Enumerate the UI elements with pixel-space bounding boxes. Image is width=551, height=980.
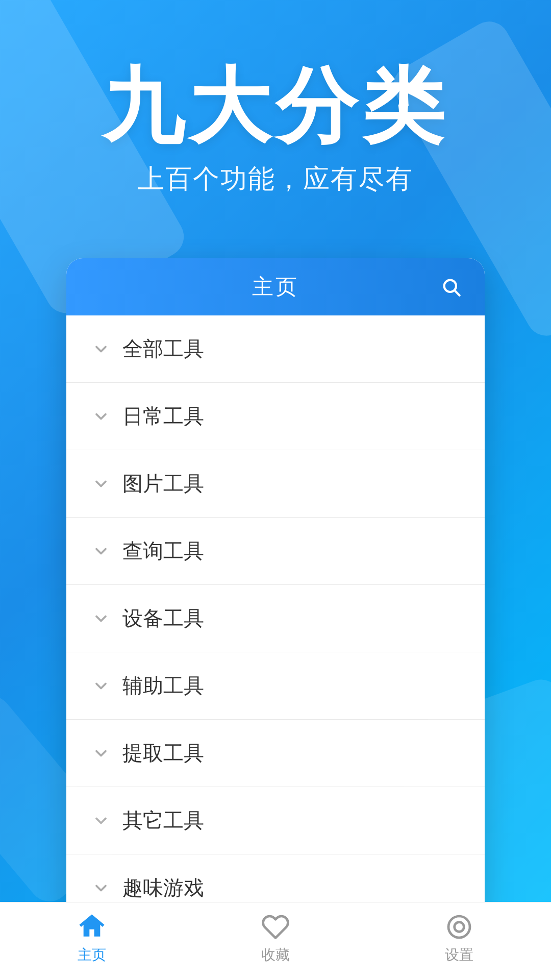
menu-item-label-query-tools: 查询工具 [122,537,204,565]
menu-item-device-tools[interactable]: 设备工具 [66,585,485,652]
tab-favorites-label: 收藏 [261,945,290,965]
chevron-down-icon [92,542,110,560]
menu-item-label-device-tools: 设备工具 [122,604,204,632]
chevron-down-icon [92,812,110,830]
chevron-down-icon [92,609,110,628]
card-header-title: 主页 [252,273,299,301]
chevron-down-icon [92,677,110,695]
hero-section: 九大分类 上百个功能，应有尽有 [0,0,551,228]
menu-item-all-tools[interactable]: 全部工具 [66,315,485,383]
chevron-down-icon [92,340,110,358]
menu-item-other-tools[interactable]: 其它工具 [66,787,485,854]
chevron-down-icon [92,475,110,493]
tab-settings[interactable]: 设置 [367,913,551,965]
menu-item-label-fun-games: 趣味游戏 [122,874,204,902]
card-header: 主页 [66,258,485,315]
search-icon [441,277,461,297]
tab-bar: 主页 收藏 设置 [0,902,551,980]
chevron-down-icon [92,744,110,763]
menu-item-label-all-tools: 全部工具 [122,335,204,363]
svg-point-0 [444,280,456,292]
menu-item-daily-tools[interactable]: 日常工具 [66,383,485,450]
menu-item-assist-tools[interactable]: 辅助工具 [66,652,485,720]
menu-item-label-image-tools: 图片工具 [122,470,204,498]
heart-icon [261,913,290,941]
menu-item-image-tools[interactable]: 图片工具 [66,450,485,518]
svg-line-1 [455,291,459,295]
tab-favorites[interactable]: 收藏 [184,913,367,965]
menu-item-label-assist-tools: 辅助工具 [122,672,204,700]
tab-settings-label: 设置 [445,945,473,965]
menu-item-label-extract-tools: 提取工具 [122,739,204,767]
menu-item-label-other-tools: 其它工具 [122,806,204,835]
app-card: 主页 全部工具日常工具图片工具查询工具设备工具辅助工具提取工具其它工具趣味游戏 [66,258,485,921]
chevron-down-icon [92,407,110,426]
tab-home[interactable]: 主页 [0,913,184,965]
home-icon [78,913,106,941]
settings-icon [445,913,473,941]
menu-item-label-daily-tools: 日常工具 [122,402,204,430]
svg-point-2 [455,922,464,932]
menu-item-extract-tools[interactable]: 提取工具 [66,720,485,787]
page-container: 九大分类 上百个功能，应有尽有 主页 全部工具日常工具图片工具查询工具设备工具辅… [0,0,551,980]
hero-title: 九大分类 [31,61,520,151]
hero-subtitle: 上百个功能，应有尽有 [31,161,520,197]
chevron-down-icon [92,879,110,897]
tab-home-label: 主页 [78,945,106,965]
menu-item-query-tools[interactable]: 查询工具 [66,518,485,585]
search-button[interactable] [438,274,464,300]
svg-point-3 [448,916,470,938]
menu-list: 全部工具日常工具图片工具查询工具设备工具辅助工具提取工具其它工具趣味游戏 [66,315,485,921]
